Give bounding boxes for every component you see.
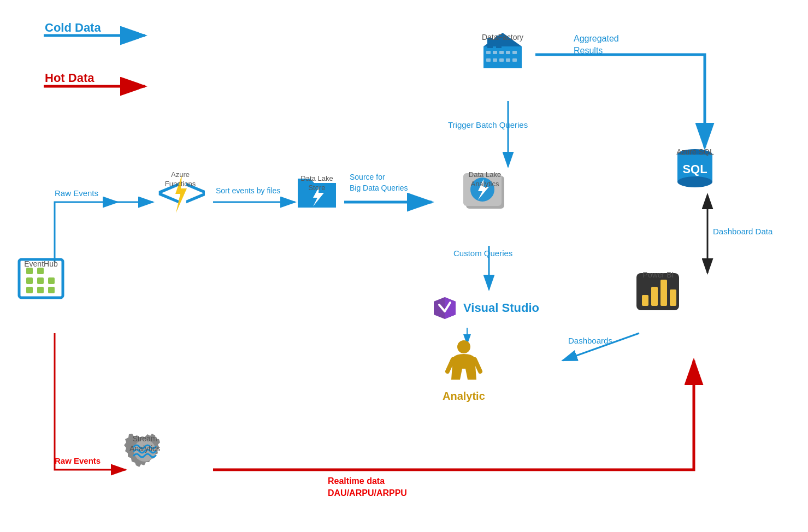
svg-rect-45 <box>506 58 510 62</box>
svg-rect-55 <box>670 289 676 306</box>
data-lake-analytics-icon-wrap: Data Lake Analytics <box>462 169 508 216</box>
svg-rect-23 <box>26 287 33 293</box>
visual-studio-wrap: Visual Studio <box>432 295 539 321</box>
svg-rect-43 <box>493 58 497 62</box>
dashboard-data-label: Dashboard Data <box>713 227 772 237</box>
data-lake-store-icon-wrap: Data Lake Store <box>295 172 339 210</box>
svg-rect-39 <box>499 51 504 54</box>
azure-sql-icon-wrap: SQL Azure SQL <box>672 145 718 191</box>
raw-events-top-label: Raw Events <box>55 188 98 198</box>
svg-rect-46 <box>512 58 517 62</box>
svg-rect-19 <box>26 277 33 284</box>
stream-analytics-icon-wrap: Stream Analytics <box>120 431 169 481</box>
architecture-diagram: Cold Data Hot Data Raw Events EventHub < <box>0 0 808 532</box>
analytic-person-icon <box>445 339 483 388</box>
svg-rect-42 <box>486 58 491 62</box>
svg-rect-20 <box>37 277 44 284</box>
trigger-batch-label: Trigger Batch Queries <box>448 120 528 130</box>
cold-data-label: Cold Data <box>45 21 101 35</box>
datafactory-icon-wrap: DataFactory <box>481 30 524 71</box>
visual-studio-icon <box>432 295 458 321</box>
svg-rect-38 <box>493 51 497 54</box>
dashboards-label: Dashboards <box>568 336 612 346</box>
realtime-data-label: Realtime data DAU/ARPU/ARPPU <box>328 475 407 500</box>
svg-rect-53 <box>651 287 658 306</box>
raw-events-bottom-label: Raw Events <box>55 456 101 466</box>
svg-rect-44 <box>499 58 504 62</box>
svg-rect-37 <box>486 51 491 54</box>
analytic-icon-wrap: Analytic <box>443 339 485 403</box>
svg-rect-22 <box>48 287 55 293</box>
svg-rect-52 <box>642 295 648 306</box>
svg-text:SQL: SQL <box>682 162 707 176</box>
svg-point-49 <box>677 176 712 187</box>
svg-rect-54 <box>660 280 667 306</box>
aggregated-results-label: Aggregated Results <box>574 33 619 57</box>
custom-queries-label: Custom Queries <box>453 249 512 258</box>
sort-events-label: Sort events by files <box>216 186 280 196</box>
svg-rect-41 <box>512 51 517 54</box>
source-big-data-label: Source for Big Data Queries <box>350 172 408 193</box>
azure-functions-icon-wrap: < > Azure Functions <box>156 169 205 218</box>
svg-rect-24 <box>37 287 44 293</box>
svg-point-58 <box>457 340 470 353</box>
svg-rect-40 <box>506 51 510 54</box>
power-bi-icon-wrap: Power BI <box>634 268 683 317</box>
hot-data-label: Hot Data <box>45 71 94 85</box>
svg-rect-21 <box>48 277 55 284</box>
eventhub-icon-wrap: EventHub <box>16 257 66 306</box>
svg-rect-33 <box>483 46 522 68</box>
